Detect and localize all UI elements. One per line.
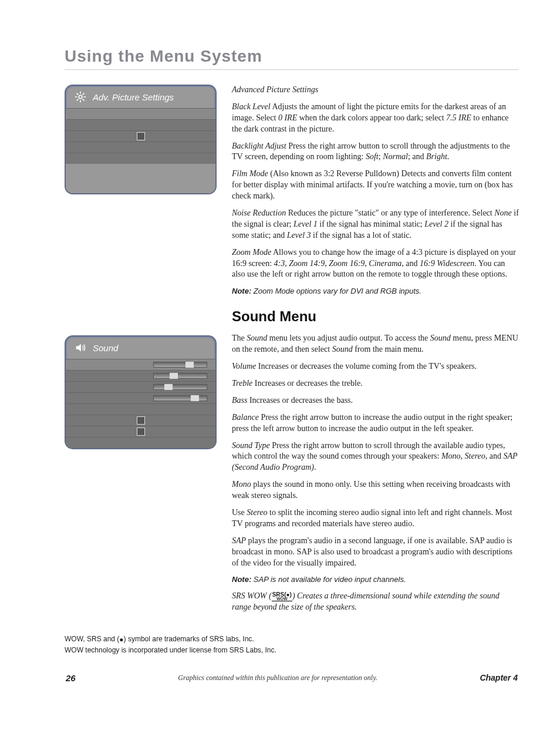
footer-caption: Graphics contained within this publicati… bbox=[178, 674, 377, 682]
para-noise: Noise Reduction Reduces the picture "sta… bbox=[232, 208, 519, 241]
srs-eye-icon: ● bbox=[119, 634, 123, 645]
osd-footer bbox=[66, 164, 215, 193]
note-zoom: Note: Zoom Mode options vary for DVI and… bbox=[232, 286, 519, 297]
settings-icon bbox=[74, 90, 87, 103]
para-soundtype: Sound Type Press the right arrow button … bbox=[232, 440, 519, 474]
checkbox-icon bbox=[137, 132, 145, 140]
para-treble: Treble Increases or decreases the treble… bbox=[232, 378, 519, 389]
osd-row bbox=[66, 404, 215, 415]
osd-row-slider bbox=[66, 359, 215, 371]
osd-title: Adv. Picture Settings bbox=[93, 92, 174, 102]
para-srs: SRS WOW (SRS(●)WOW) Creates a three-dime… bbox=[232, 591, 519, 613]
subsection-heading: Advanced Picture Settings bbox=[232, 85, 519, 96]
trademark-block: WOW, SRS and (●) symbol are trademarks o… bbox=[65, 634, 519, 655]
para-sap: SAP plays the program's audio in a secon… bbox=[232, 536, 519, 569]
srs-logo-icon: SRS(●)WOW bbox=[272, 592, 292, 601]
para-zoom: Zoom Mode Allows you to change how the i… bbox=[232, 247, 519, 281]
chapter-label: Chapter 4 bbox=[480, 673, 518, 682]
osd-row-checkbox bbox=[66, 131, 215, 142]
para-backlight: Backlight Adjust Press the right arrow b… bbox=[232, 141, 519, 163]
osd-row bbox=[66, 153, 215, 164]
osd-sound: Sound bbox=[65, 335, 217, 449]
para-volume: Volume Increases or decreases the volume… bbox=[232, 361, 519, 372]
osd-row bbox=[66, 142, 215, 153]
osd-row-slider bbox=[66, 393, 215, 404]
para-stereo: Use Stereo to split the incoming stereo … bbox=[232, 507, 519, 530]
checkbox-icon bbox=[137, 416, 145, 425]
osd-row-checkbox bbox=[66, 415, 215, 426]
para-mono: Mono plays the sound in mono only. Use t… bbox=[232, 479, 519, 502]
para-black-level: Black Level Adjusts the amount of light … bbox=[232, 102, 519, 135]
osd-row bbox=[66, 109, 215, 120]
speaker-icon bbox=[74, 341, 87, 354]
checkbox-icon bbox=[137, 428, 145, 436]
page-title: Using the Menu System bbox=[65, 47, 519, 66]
svg-point-0 bbox=[79, 95, 82, 99]
osd-adv-picture: Adv. Picture Settings bbox=[65, 85, 217, 194]
para-bass: Bass Increases or decreases the bass. bbox=[232, 395, 519, 406]
osd-row bbox=[66, 438, 215, 448]
section-heading-sound: Sound Menu bbox=[232, 307, 519, 326]
para-sound-intro: The Sound menu lets you adjust audio out… bbox=[232, 333, 519, 355]
para-balance: Balance Press the right arrow button to … bbox=[232, 412, 519, 435]
osd-row-slider bbox=[66, 382, 215, 393]
osd-row bbox=[66, 120, 215, 131]
divider bbox=[65, 69, 519, 70]
page-number: 26 bbox=[66, 673, 76, 683]
para-film-mode: Film Mode (Also known as 3:2 Reverse Pul… bbox=[232, 169, 519, 202]
note-sap: Note: SAP is not available for video inp… bbox=[232, 574, 519, 585]
osd-row-checkbox bbox=[66, 426, 215, 438]
osd-row-slider bbox=[66, 371, 215, 382]
osd-title: Sound bbox=[93, 343, 118, 353]
